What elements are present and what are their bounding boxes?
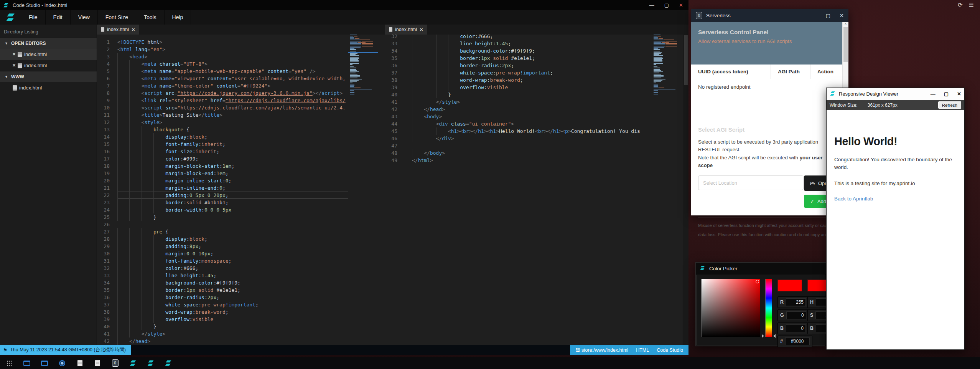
taskbar-icon-window[interactable] [40, 359, 49, 368]
line-number: 7 [97, 82, 117, 89]
minimap-line [654, 43, 677, 44]
menu-item-edit[interactable]: Edit [46, 10, 71, 25]
file-label: index.html [24, 63, 47, 68]
serverless-header: Serverless Control Panel Allow external … [691, 22, 842, 65]
menu-item-font-size[interactable]: Font Size [98, 10, 136, 25]
close-icon[interactable]: ✕ [12, 52, 18, 57]
tab-close-icon[interactable]: ✕ [132, 27, 135, 32]
minimap-line [350, 54, 356, 55]
agi-description-line4: scope [698, 162, 841, 169]
close-icon[interactable]: ✕ [12, 63, 18, 68]
file-icon [18, 63, 22, 68]
taskbar-icon-code-studio[interactable] [163, 359, 173, 368]
sidebar-item-index.html[interactable]: ✕index.html [0, 49, 97, 60]
refresh-icon[interactable]: ⟳ [958, 2, 963, 8]
line-number: 31 [97, 257, 117, 265]
tab-label: index.html [107, 27, 129, 32]
tab-close-icon[interactable]: ✕ [420, 27, 423, 32]
line-number: 34 [378, 47, 412, 55]
line-number: 25 [97, 213, 117, 221]
code-line: 34background-color:#f9f9f9; [378, 47, 652, 55]
maximize-button[interactable]: ▢ [664, 2, 669, 8]
saturation-gradient[interactable] [701, 279, 760, 337]
close-button[interactable]: ✕ [679, 2, 683, 8]
sidebar-heading: Directory Listing [0, 25, 97, 38]
minimize-button[interactable]: — [931, 91, 936, 97]
line-number: 14 [97, 133, 117, 141]
line-number: 33 [97, 272, 117, 279]
minimap-line [654, 36, 661, 36]
saturation-selector[interactable] [756, 280, 759, 283]
agi-description-line2: RESTFUL request. [698, 146, 841, 154]
taskbar-icon-code-studio[interactable] [128, 359, 137, 368]
serverless-window: 0 Serverless — ▢ ✕ ∧ Serverless Control … [691, 9, 848, 215]
blue-value[interactable]: 0 [786, 324, 806, 332]
minimap-2[interactable] [652, 35, 683, 150]
scrollbar-thumb[interactable] [843, 27, 848, 62]
minimize-button[interactable]: — [649, 2, 654, 8]
sidebar-item-index.html[interactable]: index.html [0, 82, 97, 93]
back-to-aprintlab-link[interactable]: Back to Aprintlab [834, 196, 957, 202]
hue-handle-right[interactable] [773, 334, 776, 338]
minimize-button[interactable]: — [800, 266, 805, 271]
taskbar-icon-serverless-device[interactable]: 0 [110, 359, 120, 368]
minimap-1[interactable] [348, 35, 378, 150]
blue-field: B0▴▾ [777, 323, 812, 334]
tab-index-html-2[interactable]: index.html ✕ [385, 25, 427, 35]
line-number: 37 [378, 69, 412, 76]
color-picker-logo-icon [700, 265, 705, 272]
minimap-line [654, 57, 662, 58]
code-area-2[interactable]: 32color:#666;33line-height:1.45;34backgr… [378, 35, 652, 345]
taskbar-icon-apps-grid[interactable] [5, 359, 14, 368]
code-line: 37white-space:pre-wrap!important; [97, 301, 348, 308]
code-line: 40} [378, 91, 652, 98]
red-value[interactable]: 255 [786, 298, 806, 306]
code-line: 8<script src="https://code.jquery.com/jq… [97, 89, 348, 97]
status-file-path[interactable]: 🖫 store:/www/index.html [575, 347, 628, 353]
code-line: 4<meta charset="UTF-8"> [97, 60, 348, 68]
hue-slider[interactable] [765, 279, 772, 337]
taskbar-icon-browser[interactable] [58, 359, 67, 368]
section-header-open-editors[interactable]: ▼OPEN EDITORS [0, 38, 97, 49]
section-header-www[interactable]: ▼WWW [0, 71, 97, 82]
menu-item-help[interactable]: Help [165, 10, 191, 25]
line-number: 32 [378, 35, 412, 40]
scrollbar-thumb[interactable] [684, 35, 688, 85]
scrollbar[interactable] [683, 35, 688, 345]
taskbar-icon-code-studio[interactable] [146, 359, 155, 368]
minimap-line [654, 76, 664, 77]
taskbar-icon-document[interactable] [93, 359, 102, 368]
maximize-button[interactable]: ▢ [826, 13, 830, 18]
refresh-button[interactable]: Refresh [938, 101, 961, 109]
menu-item-tools[interactable]: Tools [136, 10, 165, 25]
status-datetime-segment[interactable]: ⚑ Thu May 11 2023 21:54:48 GMT+0800 (台北標… [0, 345, 131, 355]
code-line: 5<meta name="apple-mobile-web-app-capabl… [97, 68, 348, 75]
minimap-line [654, 69, 660, 70]
tab-bar-2: index.html ✕ [378, 25, 688, 35]
menu-item-view[interactable]: View [71, 10, 98, 25]
minimize-button[interactable]: — [812, 13, 817, 18]
editor-pane-2: index.html ✕ 32color:#666;33line-height:… [378, 25, 688, 345]
tab-index-html-1[interactable]: index.html ✕ [97, 25, 139, 35]
minimap-line [350, 66, 354, 67]
hue-handle-left[interactable] [762, 334, 764, 338]
close-button[interactable]: ✕ [840, 13, 844, 18]
maximize-button[interactable]: ▢ [944, 91, 949, 97]
code-area-1[interactable]: 1<!DOCTYPE html>2<html lang="en">3<head>… [97, 35, 348, 345]
close-button[interactable]: ✕ [957, 91, 961, 97]
select-location-input[interactable] [698, 175, 804, 190]
menu-item-file[interactable]: File [21, 10, 46, 25]
minimap-line [654, 48, 658, 49]
line-number: 8 [97, 89, 117, 97]
sidebar-item-index.html[interactable]: ✕index.html [0, 60, 97, 71]
hex-value[interactable]: ff0000 [785, 338, 810, 345]
green-value[interactable]: 0 [786, 311, 806, 319]
taskbar-icon-window[interactable] [22, 359, 31, 368]
menu-icon[interactable]: ☰ [969, 2, 974, 8]
line-number: 11 [97, 111, 117, 119]
desktop: Code Studio - index.html — ▢ ✕ FileEditV… [0, 0, 980, 369]
minimap-line [654, 45, 677, 45]
taskbar-icon-document[interactable] [75, 359, 84, 368]
column-action: Action [810, 65, 842, 79]
status-language[interactable]: HTML [636, 347, 649, 353]
